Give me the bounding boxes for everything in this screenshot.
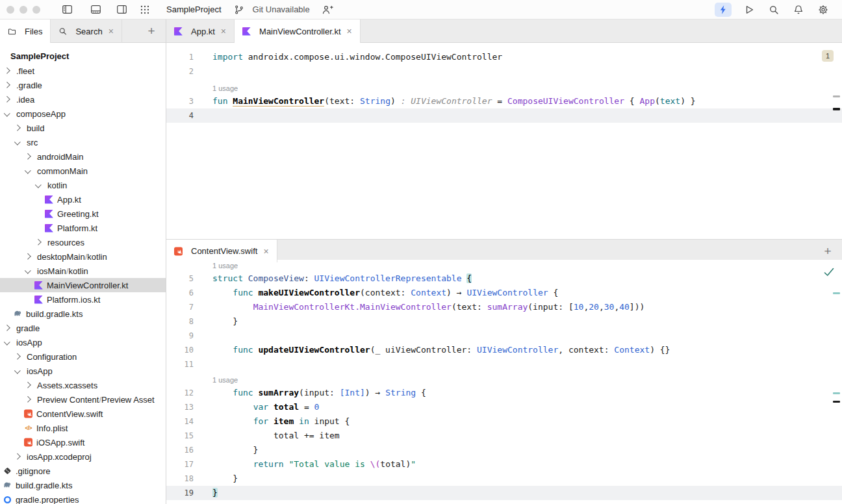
code-line[interactable]: 6 func makeUIViewController(context: Con… [166, 286, 842, 300]
code-line[interactable]: 7 MainViewControllerKt.MainViewControlle… [166, 300, 842, 314]
tree-row-desktopmain[interactable]: desktopMain / kotlin [0, 249, 166, 264]
project-name[interactable]: SampleProject [166, 5, 222, 14]
tree-row-assets-xcassets[interactable]: Assets.xcassets [0, 378, 166, 392]
notifications-icon[interactable] [790, 3, 807, 17]
code-line[interactable]: 11 [166, 357, 842, 372]
tree-row-iosmain[interactable]: iosMain / kotlin [0, 264, 166, 278]
tree-row-idea[interactable]: .idea [0, 92, 166, 107]
chevron-right-icon[interactable] [25, 396, 31, 402]
tree-row-commonmain[interactable]: commonMain [0, 164, 166, 178]
chevron-down-icon[interactable] [14, 367, 21, 373]
code-line[interactable]: 19} [166, 486, 842, 500]
run-icon[interactable] [741, 3, 758, 17]
tree-row-configuration[interactable]: Configuration [0, 349, 166, 364]
chevron-right-icon[interactable] [4, 81, 10, 88]
chevron-right-icon[interactable] [14, 353, 21, 359]
chevron-right-icon[interactable] [4, 95, 10, 102]
chevron-right-icon[interactable] [35, 238, 42, 245]
editor-tab-app-kt[interactable]: App.kt× [166, 19, 235, 43]
tree-row-gitignore[interactable]: .gitignore [0, 464, 166, 478]
no-problems-check-icon[interactable] [823, 267, 835, 279]
bottom-panel-toggle-icon[interactable] [87, 3, 104, 17]
new-tab-button[interactable]: + [821, 244, 834, 258]
chevron-down-icon[interactable] [4, 110, 10, 116]
close-icon[interactable]: × [108, 27, 114, 36]
close-icon[interactable]: × [221, 27, 226, 36]
tree-row-composeapp[interactable]: composeApp [0, 107, 166, 121]
chevron-right-icon[interactable] [25, 253, 31, 259]
tree-row-build-gradle-kts[interactable]: build.gradle.kts [0, 307, 166, 321]
code-line[interactable]: 12 func sumArray(input: [Int]) → String … [166, 386, 842, 400]
bottom-tab-contentview-swift[interactable]: ContentView.swift× [166, 240, 277, 262]
settings-gear-icon[interactable] [815, 3, 832, 17]
tree-row-iosapp[interactable]: iosApp [0, 335, 166, 349]
code-line[interactable]: 18 } [166, 472, 842, 486]
panel-tab-files[interactable]: Files [0, 19, 51, 43]
problems-badge[interactable]: 1 [822, 50, 834, 62]
right-panel-toggle-icon[interactable] [113, 3, 130, 17]
editor-mainviewcontroller[interactable]: 1import androidx.compose.ui.window.Compo… [166, 43, 842, 239]
traffic-light-close[interactable] [6, 6, 14, 14]
chevron-down-icon[interactable] [25, 267, 31, 273]
chevron-right-icon[interactable] [25, 381, 31, 388]
code-line[interactable]: 20 [166, 500, 842, 504]
workspaces-grid-icon[interactable] [136, 3, 153, 17]
chevron-down-icon[interactable] [35, 181, 42, 188]
code-line[interactable]: 10 func updateUIViewController(_ uiViewC… [166, 343, 842, 357]
chevron-right-icon[interactable] [25, 153, 31, 159]
chevron-right-icon[interactable] [4, 324, 10, 331]
chevron-right-icon[interactable] [14, 124, 21, 131]
tree-row-platform-kt[interactable]: Platform.kt [0, 221, 166, 235]
tree-row-platform-ios-kt[interactable]: Platform.ios.kt [0, 292, 166, 307]
chevron-down-icon[interactable] [4, 338, 10, 345]
tree-row-preview-content[interactable]: Preview Content / Preview Asset [0, 392, 166, 407]
tree-row-fleet[interactable]: .fleet [0, 64, 166, 78]
git-branch-icon[interactable] [231, 3, 248, 17]
chevron-right-icon[interactable] [14, 453, 21, 459]
tree-row-kotlin[interactable]: kotlin [0, 178, 166, 192]
tree-row-build[interactable]: build [0, 121, 166, 135]
code-line[interactable]: 3fun MainViewController(text: String) : … [166, 94, 842, 108]
code-line[interactable]: 17 return "Total value is \(total)" [166, 457, 842, 472]
new-tab-button[interactable]: + [145, 24, 158, 38]
tree-row-app-kt[interactable]: App.kt [0, 192, 166, 207]
editor-contentview[interactable]: 1 usage5struct ComposeView: UIViewContro… [166, 260, 842, 504]
panel-tab-search[interactable]: Search× [51, 19, 121, 43]
close-icon[interactable]: × [347, 27, 352, 36]
tree-row-mainviewcontroller-kt[interactable]: MainViewController.kt [0, 278, 166, 292]
code-line[interactable]: 4 [166, 108, 842, 123]
traffic-light-minimize[interactable] [19, 6, 27, 14]
tree-row-iosapp-xcodeproj[interactable]: iosApp.xcodeproj [0, 449, 166, 464]
smart-mode-icon[interactable] [715, 3, 732, 17]
chevron-down-icon[interactable] [25, 167, 31, 173]
tree-row-gradle-properties[interactable]: gradle.properties [0, 492, 166, 504]
tree-row-greeting-kt[interactable]: Greeting.kt [0, 207, 166, 221]
left-panel-toggle-icon[interactable] [58, 3, 75, 17]
editor-tab-mainviewcontroller-kt[interactable]: MainViewController.kt× [235, 19, 361, 43]
close-icon[interactable]: × [263, 247, 268, 256]
tree-row-src[interactable]: src [0, 135, 166, 149]
code-line[interactable]: 9 [166, 329, 842, 343]
tree-row-info-plist[interactable]: </>Info.plist [0, 421, 166, 435]
tree-row-iosapp-swift[interactable]: iOSApp.swift [0, 435, 166, 449]
chevron-right-icon[interactable] [4, 67, 10, 73]
search-icon[interactable] [765, 3, 782, 17]
git-status-label[interactable]: Git Unavailable [253, 5, 310, 14]
code-line[interactable]: 5struct ComposeView: UIViewControllerRep… [166, 271, 842, 286]
code-line[interactable]: 1import androidx.compose.ui.window.Compo… [166, 50, 842, 64]
traffic-light-zoom[interactable] [32, 6, 40, 14]
tree-row-resources[interactable]: resources [0, 235, 166, 249]
tree-row-gradle[interactable]: .gradle [0, 78, 166, 92]
code-line[interactable]: 13 var total = 0 [166, 400, 842, 414]
usage-annotation[interactable]: 1 usage [166, 372, 842, 386]
tree-row-gradle[interactable]: gradle [0, 321, 166, 335]
tree-row-build-gradle-kts[interactable]: build.gradle.kts [0, 478, 166, 492]
code-line[interactable]: 16 } [166, 443, 842, 457]
code-line[interactable]: 2 [166, 64, 842, 79]
tree-row-androidmain[interactable]: androidMain [0, 149, 166, 164]
code-line[interactable]: 8 } [166, 314, 842, 329]
code-line[interactable]: 14 for item in input { [166, 414, 842, 429]
tree-row-iosapp[interactable]: iosApp [0, 364, 166, 378]
add-collaborator-icon[interactable] [319, 3, 336, 17]
code-line[interactable]: 15 total += item [166, 429, 842, 443]
